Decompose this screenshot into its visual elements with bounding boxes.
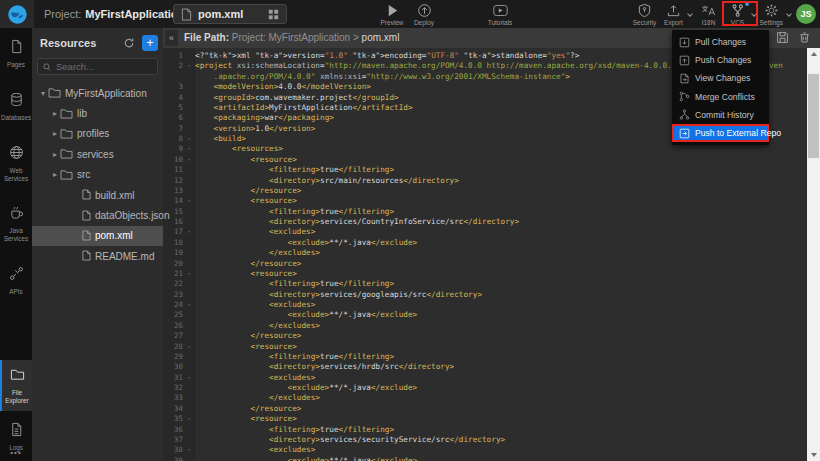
sidebar-item-apis[interactable]: APIs xyxy=(0,259,32,302)
refresh-icon[interactable] xyxy=(123,37,135,49)
code-text: <directory>services/CountryInfoService/s… xyxy=(195,217,807,227)
vcs-button[interactable]: VCS xyxy=(725,0,757,28)
grid-icon[interactable] xyxy=(268,9,279,20)
vcs-dropdown-menu: Pull ChangesPush ChangesView ChangesMerg… xyxy=(672,30,769,145)
search-input[interactable] xyxy=(56,59,156,74)
file-icon xyxy=(82,186,91,204)
save-icon[interactable] xyxy=(776,31,789,44)
tree-item-dataobjects-json[interactable]: dataObjects.json xyxy=(32,205,163,225)
vertical-scrollbar[interactable] xyxy=(807,48,820,461)
sidebar-item-web-services[interactable]: Web Services xyxy=(0,138,32,189)
user-avatar[interactable]: JS xyxy=(796,4,816,24)
line-number: 7 xyxy=(163,124,183,134)
folder-icon xyxy=(60,166,73,184)
trash-icon[interactable] xyxy=(798,31,811,44)
tutorials-button[interactable]: Tutorials xyxy=(484,0,516,28)
code-row: 15 <filtering>true</filtering> xyxy=(163,207,807,217)
tree-item-pom-xml[interactable]: pom.xml xyxy=(32,226,163,246)
fold-marker[interactable]: - xyxy=(183,155,195,165)
fold-spacer xyxy=(183,238,195,248)
fold-marker[interactable]: - xyxy=(183,144,195,154)
menu-item-merge-conflicts[interactable]: Merge Conflicts xyxy=(672,88,769,106)
fold-spacer xyxy=(183,279,195,289)
pages-icon xyxy=(9,39,24,58)
fold-marker[interactable]: - xyxy=(183,300,195,310)
code-text: </resource> xyxy=(195,186,807,196)
menu-item-label: Push to External Repo xyxy=(695,128,781,138)
coffee-icon xyxy=(9,205,24,224)
code-row: 39 <exclude>**/*.java</exclude> xyxy=(163,456,807,461)
scroll-up-button[interactable] xyxy=(807,48,820,60)
security-button[interactable]: Security xyxy=(629,0,661,28)
tree-item-lib[interactable]: ▸lib xyxy=(32,103,163,123)
fold-marker[interactable]: - xyxy=(183,445,195,455)
scroll-down-button[interactable] xyxy=(807,449,820,461)
resources-panel: Resources + ▾MyFirstApplication▸lib▸prof… xyxy=(32,28,163,461)
api-icon xyxy=(9,266,24,285)
tree-item-src[interactable]: ▸src xyxy=(32,165,163,185)
add-resource-button[interactable]: + xyxy=(142,35,158,51)
code-row: 30 <directory>services/hrdb/src</directo… xyxy=(163,362,807,372)
search-icon xyxy=(42,62,52,72)
sidebar-item-file-explorer[interactable]: File Explorer xyxy=(0,360,32,411)
line-number: 23 xyxy=(163,290,183,300)
line-number: 6 xyxy=(163,113,183,123)
caret-closed-icon[interactable]: ▸ xyxy=(50,170,60,179)
sidebar-item-java-services[interactable]: Java Services xyxy=(0,198,32,249)
caret-closed-icon[interactable]: ▸ xyxy=(50,109,60,118)
wavemaker-logo[interactable] xyxy=(0,0,34,28)
fold-marker[interactable]: - xyxy=(183,342,195,352)
menu-item-pull-changes[interactable]: Pull Changes xyxy=(672,33,769,51)
i18n-button[interactable]: I18N xyxy=(693,0,725,28)
tree-item-profiles[interactable]: ▸profiles xyxy=(32,124,163,144)
code-row: 27 </resource> xyxy=(163,331,807,341)
fold-marker[interactable]: - xyxy=(183,61,195,71)
tab-pom-xml[interactable]: pom.xml xyxy=(173,4,287,24)
preview-button[interactable]: Preview xyxy=(376,0,408,28)
sidebar-more-button[interactable]: ••• xyxy=(0,448,32,457)
tree-item-label: README.md xyxy=(95,251,154,262)
tree-item-readme-md[interactable]: README.md xyxy=(32,246,163,266)
tree-item-myfirstapplication[interactable]: ▾MyFirstApplication xyxy=(32,83,163,103)
menu-item-push-changes[interactable]: Push Changes xyxy=(672,51,769,69)
code-text: <excludes> xyxy=(195,300,807,310)
line-number: 31 xyxy=(163,373,183,383)
menu-item-view-changes[interactable]: View Changes xyxy=(672,69,769,87)
caret-closed-icon[interactable]: ▸ xyxy=(50,129,60,138)
menu-item-push-to-external-repo[interactable]: Push to External Repo xyxy=(672,124,769,142)
scrollbar-thumb[interactable] xyxy=(808,74,819,158)
file-tree: ▾MyFirstApplication▸lib▸profiles▸service… xyxy=(32,83,163,267)
deploy-button[interactable]: Deploy xyxy=(408,0,440,28)
sidebar-item-databases[interactable]: Databases xyxy=(0,85,32,128)
line-number: 32 xyxy=(163,383,183,393)
tree-item-build-xml[interactable]: build.xml xyxy=(32,185,163,205)
code-row: 25 <exclude>**/*.java</exclude> xyxy=(163,310,807,320)
fold-marker[interactable]: - xyxy=(183,373,195,383)
folder-icon xyxy=(10,367,25,386)
resources-search xyxy=(37,58,158,75)
resources-title: Resources xyxy=(40,37,116,49)
line-number: 28 xyxy=(163,342,183,352)
code-text: <exclude>**/*.java</exclude> xyxy=(195,383,807,393)
settings-button[interactable]: Settings xyxy=(757,0,793,28)
project-breadcrumb[interactable]: Project: MyFirstApplication xyxy=(44,0,184,28)
fold-marker[interactable]: - xyxy=(183,414,195,424)
sidebar-item-pages[interactable]: Pages xyxy=(0,32,32,75)
caret-open-icon[interactable]: ▾ xyxy=(38,89,48,98)
export-button[interactable]: Export xyxy=(661,0,693,28)
code-text: <excludes> xyxy=(195,227,807,237)
fold-marker[interactable]: - xyxy=(183,269,195,279)
line-number: 9 xyxy=(163,144,183,154)
fold-marker[interactable]: - xyxy=(183,227,195,237)
file-path-breadcrumb: Project: MyFirstApplication > xyxy=(232,32,359,43)
tree-item-services[interactable]: ▸services xyxy=(32,144,163,164)
menu-item-commit-history[interactable]: Commit History xyxy=(672,106,769,124)
fold-marker[interactable]: - xyxy=(183,196,195,206)
collapse-panel-button[interactable]: « xyxy=(165,30,178,46)
code-row: 16 <directory>services/CountryInfoServic… xyxy=(163,217,807,227)
fold-spacer xyxy=(183,456,195,461)
line-number: 33 xyxy=(163,393,183,403)
line-number: 13 xyxy=(163,186,183,196)
fold-marker[interactable]: - xyxy=(183,134,195,144)
caret-closed-icon[interactable]: ▸ xyxy=(50,150,60,159)
